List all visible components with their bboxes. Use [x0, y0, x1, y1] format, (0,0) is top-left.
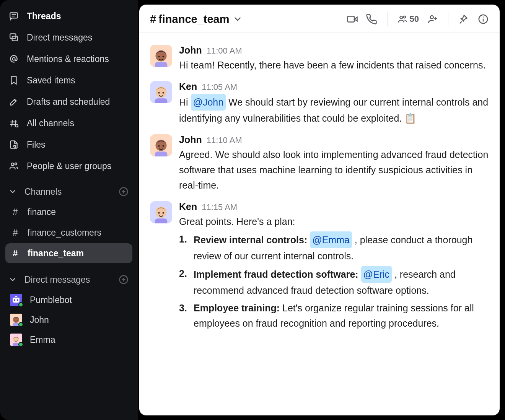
audio-call-button[interactable] — [366, 13, 377, 25]
dm-name: Pumblebot — [30, 295, 72, 305]
add-dm-button[interactable] — [118, 274, 129, 285]
svg-point-35 — [15, 340, 15, 340]
message-text: Agreed. We should also look into impleme… — [179, 149, 488, 190]
mention[interactable]: @Emma — [310, 231, 352, 248]
svg-point-40 — [403, 16, 405, 18]
sidebar-item-label: All channels — [27, 118, 74, 129]
channel-name: finance_team — [158, 13, 229, 25]
svg-point-30 — [15, 320, 15, 321]
presence-indicator — [18, 342, 23, 347]
message: Ken 11:05 AM Hi @John We should start by… — [150, 81, 489, 126]
section-direct-messages[interactable]: Direct messages — [4, 270, 134, 289]
svg-point-67 — [162, 212, 164, 214]
member-count-button[interactable]: 50 — [397, 14, 419, 24]
svg-rect-26 — [15, 296, 17, 297]
all-icon — [8, 118, 19, 129]
message-time: 11:00 AM — [207, 46, 242, 56]
section-channels[interactable]: Channels — [4, 182, 134, 201]
sidebar-item-saved[interactable]: Saved items — [4, 71, 134, 90]
dm-item-emma[interactable]: Emma — [5, 330, 132, 349]
message: John 11:00 AM Hi team! Recently, there h… — [150, 45, 489, 73]
avatar[interactable] — [150, 81, 172, 103]
svg-point-62 — [162, 145, 164, 147]
channel-title-button[interactable]: #finance_team — [150, 13, 243, 26]
svg-point-66 — [158, 212, 160, 214]
info-button[interactable] — [477, 13, 489, 25]
dm-item-john[interactable]: John — [5, 311, 132, 329]
svg-rect-23 — [13, 298, 20, 303]
avatar — [10, 334, 22, 346]
message-author[interactable]: Ken — [179, 81, 197, 92]
sidebar: Threads Direct messages Mentions & react… — [0, 0, 138, 420]
sidebar-item-label: Drafts and scheduled — [27, 97, 110, 107]
section-label: Direct messages — [24, 275, 90, 285]
add-member-button[interactable] — [427, 13, 438, 25]
threads-icon — [8, 11, 19, 21]
chevron-down-icon — [8, 275, 17, 284]
plan-list: Review internal controls: @Emma , please… — [179, 231, 489, 331]
svg-rect-59 — [155, 151, 168, 156]
hash-icon: # — [11, 207, 20, 217]
mentions-icon — [8, 54, 19, 64]
dm-item-pumblebot[interactable]: Pumblebot — [5, 291, 132, 309]
svg-point-24 — [14, 300, 15, 301]
files-icon — [8, 139, 19, 150]
message-author[interactable]: John — [179, 45, 202, 56]
people-icon — [8, 161, 19, 171]
message-author[interactable]: Ken — [179, 201, 197, 212]
pins-button[interactable] — [458, 13, 470, 25]
svg-rect-64 — [155, 218, 168, 223]
message-list[interactable]: John 11:00 AM Hi team! Recently, there h… — [139, 33, 500, 415]
sidebar-item-drafts[interactable]: Drafts and scheduled — [4, 93, 134, 111]
avatar[interactable] — [150, 45, 172, 67]
sidebar-item-all[interactable]: All channels — [4, 114, 134, 132]
avatar — [10, 314, 22, 326]
channel-item-finance_team[interactable]: # finance_team — [5, 243, 132, 263]
add-channel-button[interactable] — [118, 186, 129, 197]
message-author[interactable]: John — [179, 134, 202, 145]
svg-line-6 — [12, 120, 13, 126]
channel-item-finance[interactable]: # finance — [5, 202, 132, 222]
svg-point-15 — [15, 163, 17, 165]
video-call-button[interactable] — [347, 13, 358, 25]
plan-lead: Review internal controls: — [194, 234, 307, 245]
svg-point-47 — [483, 16, 484, 18]
hash-icon: # — [11, 248, 20, 259]
presence-indicator — [18, 302, 23, 307]
message: Ken 11:15 AM Great points. Here's a plan… — [150, 201, 489, 331]
hash-icon: # — [11, 227, 20, 238]
svg-point-61 — [158, 145, 160, 147]
chevron-down-icon — [8, 187, 17, 196]
sidebar-item-files[interactable]: Files — [4, 135, 134, 154]
svg-point-41 — [430, 16, 433, 19]
sidebar-item-people[interactable]: People & user groups — [4, 157, 134, 175]
main-pane: #finance_team 50 — [139, 5, 500, 415]
sidebar-item-label: Mentions & reactions — [27, 54, 109, 64]
message-text — [358, 269, 361, 280]
svg-rect-49 — [155, 62, 168, 67]
sidebar-item-threads[interactable]: Threads — [4, 7, 134, 25]
svg-rect-0 — [10, 13, 18, 18]
chevron-down-icon — [233, 14, 243, 24]
section-label: Channels — [24, 187, 62, 197]
sidebar-item-dms[interactable]: Direct messages — [4, 28, 134, 47]
svg-point-52 — [162, 56, 164, 57]
svg-point-14 — [11, 163, 14, 166]
svg-line-13 — [15, 147, 16, 148]
channel-item-finance_customers[interactable]: # finance_customers — [5, 223, 132, 243]
drafts-icon — [8, 96, 19, 107]
presence-indicator — [18, 322, 23, 327]
plan-item: Implement fraud detection software: @Eri… — [179, 266, 489, 298]
avatar[interactable] — [150, 134, 172, 156]
channel-name: finance — [28, 207, 56, 217]
mention[interactable]: @John — [191, 94, 226, 111]
dm-name: John — [30, 315, 49, 325]
plan-item: Review internal controls: @Emma , please… — [179, 231, 489, 264]
sidebar-item-mentions[interactable]: Mentions & reactions — [4, 50, 134, 68]
svg-rect-54 — [155, 98, 168, 103]
avatar[interactable] — [150, 201, 172, 223]
svg-point-51 — [158, 56, 160, 57]
plan-lead: Implement fraud detection software: — [194, 269, 358, 280]
svg-point-10 — [15, 124, 18, 127]
mention[interactable]: @Eric — [361, 266, 392, 283]
